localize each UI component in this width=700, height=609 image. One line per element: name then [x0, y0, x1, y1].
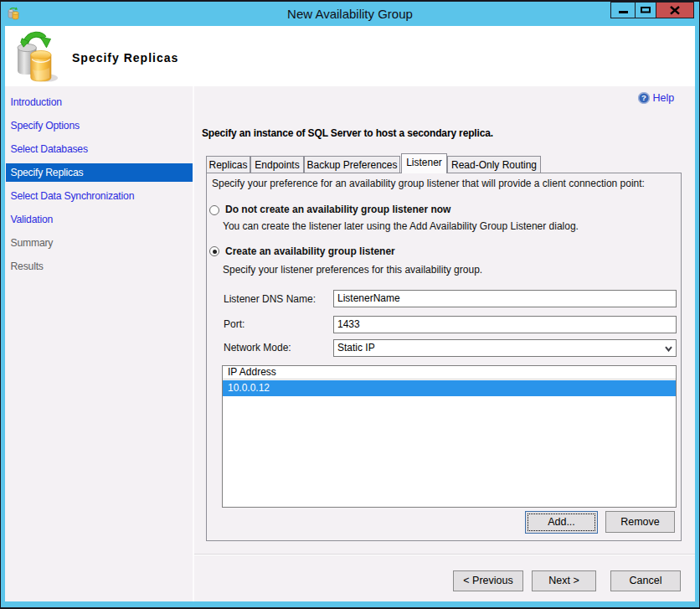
svg-text:?: ? [641, 93, 646, 102]
